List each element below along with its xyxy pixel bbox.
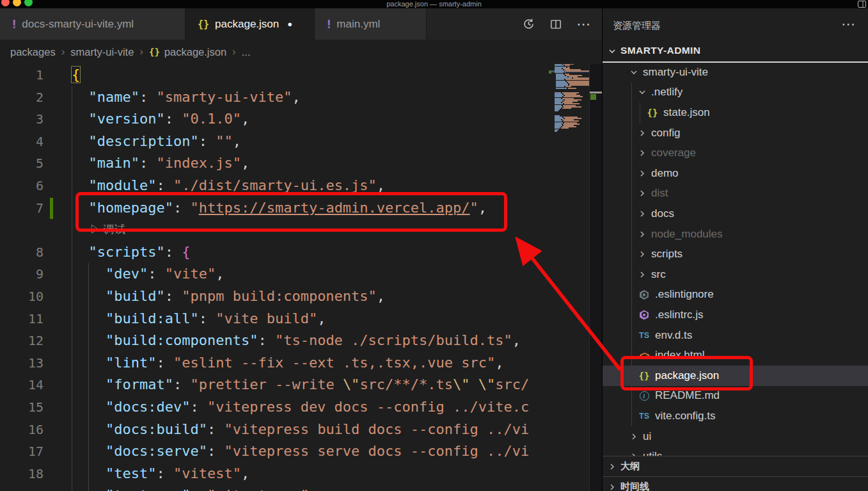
tree-item-node_modules[interactable]: node_modules bbox=[603, 224, 868, 245]
line-number: 13 bbox=[0, 352, 43, 374]
homepage-url-link[interactable]: https://smarty-admin.vercel.app/ bbox=[199, 200, 470, 216]
line-number: 17 bbox=[0, 440, 43, 463]
line-number: 5 bbox=[0, 152, 43, 175]
code-text: "lint": "eslint --fix --ext .ts,.tsx,.vu… bbox=[72, 352, 504, 374]
chevron-right-icon[interactable] bbox=[607, 462, 617, 472]
code-editor[interactable]: 1{2 "name": "smarty-ui-vite",3 "version"… bbox=[0, 64, 547, 491]
tree-root-smarty-admin[interactable]: SMARTY-ADMIN bbox=[603, 42, 868, 61]
minimap-slider-edge bbox=[590, 92, 603, 93]
code-line-15: 15 "docs:dev": "vitepress dev docs --con… bbox=[0, 396, 547, 419]
tree-item-label: .eslintrc.js bbox=[655, 309, 704, 321]
tree-item-scripts[interactable]: scripts bbox=[603, 244, 868, 264]
breadcrumb-item-packages[interactable]: packages bbox=[10, 46, 56, 58]
tab-label: docs-smarty-ui-vite.yml bbox=[22, 18, 134, 31]
breadcrumb-item-...[interactable]: ... bbox=[242, 46, 251, 58]
split-editor-icon[interactable] bbox=[549, 18, 562, 31]
tree-item-config[interactable]: config bbox=[603, 123, 868, 143]
chevron-down-icon[interactable] bbox=[629, 67, 639, 77]
chevron-right-icon[interactable] bbox=[629, 431, 639, 442]
explorer-title: 资源管理器 bbox=[613, 20, 661, 32]
minimap[interactable] bbox=[549, 62, 589, 331]
tree-item-state.json[interactable]: {}state.json bbox=[603, 102, 868, 123]
code-line-2: 2 "name": "smarty-ui-vite", bbox=[0, 86, 547, 109]
tree-item-label: ui bbox=[643, 430, 651, 443]
more-icon[interactable]: ⋯ bbox=[576, 16, 592, 33]
info-icon: i bbox=[637, 391, 651, 401]
line-number: 18 bbox=[0, 463, 43, 485]
code-line-18: 18 "test": "vitest", bbox=[0, 463, 547, 485]
ts-icon: TS bbox=[637, 412, 651, 421]
tree-item-demo[interactable]: demo bbox=[603, 163, 868, 184]
tree-item-src[interactable]: src bbox=[603, 264, 868, 285]
breadcrumb-item-smarty-ui-vite[interactable]: smarty-ui-vite bbox=[70, 46, 134, 58]
history-icon[interactable] bbox=[522, 17, 535, 31]
tab-main.yml[interactable]: !main.yml bbox=[315, 8, 427, 40]
tab-package.json[interactable]: {}package.json● bbox=[185, 8, 315, 40]
tree-item-smarty-ui-vite[interactable]: smarty-ui-vite bbox=[603, 62, 868, 83]
window-title: package.json — smarty-admin bbox=[0, 0, 868, 8]
titlebar: package.json — smarty-admin bbox=[0, 0, 868, 8]
tree-item-index.html[interactable]: <>index.html bbox=[603, 345, 868, 366]
tree-item-README.md[interactable]: iREADME.md bbox=[603, 386, 868, 406]
chevron-down-icon[interactable] bbox=[637, 87, 647, 97]
chevron-down-icon[interactable] bbox=[607, 46, 617, 56]
yaml-icon: ! bbox=[12, 17, 16, 31]
line-number: 8 bbox=[0, 241, 43, 264]
code-text: "dev": "vite", bbox=[72, 263, 224, 286]
chevron-right-icon[interactable] bbox=[637, 188, 647, 198]
explorer-more-actions-icon[interactable]: ⋯ bbox=[841, 16, 856, 33]
chevron-right-icon[interactable] bbox=[637, 270, 647, 280]
section-label: 时间线 bbox=[620, 481, 649, 491]
chevron-right-icon[interactable] bbox=[637, 229, 647, 239]
tree-item-label: .netlify bbox=[651, 86, 683, 99]
tree-item-docs[interactable]: docs bbox=[603, 204, 868, 224]
code-text: "version": "0.1.0", bbox=[72, 108, 249, 131]
line-number: 2 bbox=[0, 86, 43, 109]
code-line-5: 5 "main": "index.js", bbox=[0, 152, 547, 175]
tree-item-dist[interactable]: dist bbox=[603, 184, 868, 204]
tree-item-.netlify[interactable]: .netlify bbox=[603, 83, 868, 103]
chevron-right-icon[interactable] bbox=[629, 451, 639, 456]
tab-label: package.json bbox=[215, 18, 279, 31]
line-number: 11 bbox=[0, 308, 43, 330]
code-text: "name": "smarty-ui-vite", bbox=[72, 86, 301, 109]
code-text: "docs:dev": "vitepress dev docs --config… bbox=[72, 396, 529, 419]
tree-item-.eslintignore[interactable]: .eslintignore bbox=[603, 285, 868, 305]
chevron-right-icon[interactable] bbox=[637, 128, 647, 138]
tree-item-label: README.md bbox=[655, 389, 720, 402]
section-时间线[interactable]: 时间线 bbox=[603, 476, 868, 491]
code-line-14: 14 "format": "prettier --write \"src/**/… bbox=[0, 374, 547, 396]
tree-item-env.d.ts[interactable]: TSenv.d.ts bbox=[603, 325, 868, 346]
section-大纲[interactable]: 大纲 bbox=[603, 456, 868, 477]
tree-item-package.json[interactable]: {}package.json bbox=[603, 366, 868, 386]
git-modified-gutter-marker bbox=[50, 198, 53, 219]
chevron-right-icon[interactable] bbox=[637, 209, 647, 219]
line-number: 9 bbox=[0, 263, 43, 286]
tree-item-label: .eslintignore bbox=[655, 288, 714, 301]
tree-item-label: package.json bbox=[655, 369, 719, 382]
codelens-debug-link[interactable]: ▷ 调试 bbox=[90, 219, 125, 241]
customize-layout-icon[interactable] bbox=[858, 1, 866, 8]
tree-item-coverage[interactable]: coverage bbox=[603, 143, 868, 163]
tree-item-ui[interactable]: ui bbox=[603, 426, 868, 447]
breadcrumb-label: package.json bbox=[164, 46, 226, 58]
code-text: { bbox=[72, 64, 80, 86]
chevron-right-icon[interactable] bbox=[637, 249, 647, 259]
tab-docs-smarty-ui-vite.yml[interactable]: !docs-smarty-ui-vite.yml bbox=[0, 8, 185, 40]
scrollbar-overview-ruler[interactable] bbox=[589, 8, 603, 491]
tab-label: main.yml bbox=[336, 18, 380, 31]
code-line-8: 8 "scripts": { bbox=[0, 241, 547, 264]
line-number: 3 bbox=[0, 108, 43, 131]
breadcrumb-item-package.json[interactable]: {}package.json bbox=[149, 46, 226, 58]
breadcrumb-separator-icon: › bbox=[232, 45, 236, 58]
tree-item-utils[interactable]: utils bbox=[603, 446, 868, 456]
modified-dot-icon[interactable]: ● bbox=[287, 19, 292, 29]
line-number: 19 bbox=[0, 485, 43, 491]
chevron-right-icon[interactable] bbox=[607, 482, 617, 491]
code-text: "test": "vitest", bbox=[72, 463, 249, 485]
chevron-right-icon[interactable] bbox=[637, 148, 647, 158]
breadcrumb-label: packages bbox=[10, 46, 56, 58]
tree-item-vite.config.ts[interactable]: TSvite.config.ts bbox=[603, 406, 868, 426]
chevron-right-icon[interactable] bbox=[637, 168, 647, 179]
tree-item-.eslintrc.js[interactable]: .eslintrc.js bbox=[603, 305, 868, 325]
